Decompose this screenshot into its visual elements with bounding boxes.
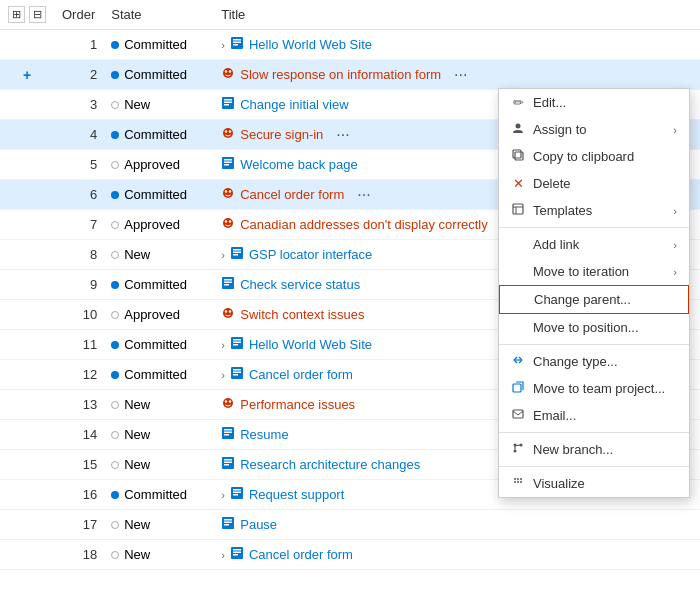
add-cell	[0, 180, 54, 210]
title-link[interactable]: Resume	[240, 427, 288, 442]
svg-rect-27	[233, 254, 238, 256]
order-cell: 13	[54, 390, 103, 420]
order-cell: 2	[54, 60, 103, 90]
title-link[interactable]: Change initial view	[240, 97, 348, 112]
state-cell: Committed	[103, 30, 213, 60]
order-cell: 3	[54, 90, 103, 120]
title-link[interactable]: Switch context issues	[240, 307, 364, 322]
title-link[interactable]: Hello World Web Site	[249, 37, 372, 52]
title-link[interactable]: Canadian addresses don't display correct…	[240, 217, 487, 232]
order-cell: 9	[54, 270, 103, 300]
story-icon	[221, 516, 235, 533]
submenu-arrow-icon: ›	[673, 124, 677, 136]
svg-rect-17	[224, 164, 229, 166]
bug-icon	[221, 216, 235, 233]
context-menu-item[interactable]: Move to iteration›	[499, 258, 689, 285]
state-cell: New	[103, 450, 213, 480]
ellipsis-button[interactable]: ···	[353, 186, 374, 204]
ellipsis-button[interactable]: ···	[332, 126, 353, 144]
svg-rect-47	[224, 429, 232, 431]
svg-rect-10	[224, 104, 229, 106]
context-menu-item[interactable]: Change type...	[499, 348, 689, 375]
title-link[interactable]: Slow response on information form	[240, 67, 441, 82]
order-cell: 10	[54, 300, 103, 330]
state-dot	[111, 41, 119, 49]
svg-rect-3	[233, 44, 238, 46]
context-menu-item[interactable]: Visualize	[499, 470, 689, 497]
context-menu-label: Change parent...	[534, 292, 676, 307]
state-dot	[111, 71, 119, 79]
context-menu-item[interactable]: Email...	[499, 402, 689, 429]
context-menu-item[interactable]: Move to team project...	[499, 375, 689, 402]
state-cell: Committed	[103, 330, 213, 360]
title-link[interactable]: Research architecture changes	[240, 457, 420, 472]
submenu-arrow-icon: ›	[673, 239, 677, 251]
collapse-icon[interactable]: ⊟	[29, 6, 46, 23]
title-link[interactable]: Secure sign-in	[240, 127, 323, 142]
title-link[interactable]: Check service status	[240, 277, 360, 292]
state-label: Committed	[124, 37, 187, 52]
title-link[interactable]: Cancel order form	[240, 187, 344, 202]
svg-rect-59	[224, 519, 232, 521]
state-cell: Committed	[103, 60, 213, 90]
state-dot	[111, 281, 119, 289]
title-link[interactable]: Request support	[249, 487, 344, 502]
expand-arrow-icon[interactable]: ›	[221, 39, 225, 51]
state-dot	[111, 161, 119, 169]
context-menu-item[interactable]: New branch...	[499, 436, 689, 463]
state-cell: Approved	[103, 210, 213, 240]
expand-arrow-icon[interactable]: ›	[221, 249, 225, 261]
menu-divider	[499, 344, 689, 345]
state-label: Committed	[124, 487, 187, 502]
context-menu-label: Copy to clipboard	[533, 149, 677, 164]
svg-rect-48	[224, 432, 232, 434]
state-cell: Approved	[103, 150, 213, 180]
svg-point-34	[229, 310, 231, 312]
context-menu-item[interactable]: ✏Edit...	[499, 89, 689, 116]
state-label: Approved	[124, 157, 180, 172]
context-menu-item[interactable]: Assign to›	[499, 116, 689, 143]
arrows-icon	[511, 354, 525, 369]
expand-arrow-icon[interactable]: ›	[221, 369, 225, 381]
svg-point-84	[520, 478, 522, 480]
add-cell	[0, 360, 54, 390]
menu-divider	[499, 466, 689, 467]
title-link[interactable]: Pause	[240, 517, 277, 532]
order-cell: 17	[54, 510, 103, 540]
add-button[interactable]: +	[23, 67, 31, 83]
state-dot	[111, 371, 119, 379]
title-link[interactable]: Hello World Web Site	[249, 337, 372, 352]
expand-arrow-icon[interactable]: ›	[221, 339, 225, 351]
svg-rect-55	[233, 489, 241, 491]
svg-rect-65	[233, 554, 238, 556]
add-cell	[0, 540, 54, 570]
expand-arrow-icon[interactable]: ›	[221, 549, 225, 561]
svg-rect-30	[224, 282, 232, 284]
svg-rect-57	[233, 494, 238, 496]
context-menu-item[interactable]: Copy to clipboard	[499, 143, 689, 170]
svg-point-23	[229, 220, 231, 222]
context-menu-item[interactable]: Change parent...	[499, 285, 689, 314]
state-dot	[111, 431, 119, 439]
title-link[interactable]: Cancel order form	[249, 367, 353, 382]
context-menu-item[interactable]: ✕Delete	[499, 170, 689, 197]
context-menu-item[interactable]: Add link›	[499, 231, 689, 258]
add-cell: +	[0, 60, 54, 90]
svg-rect-40	[233, 369, 241, 371]
title-link[interactable]: Welcome back page	[240, 157, 358, 172]
title-link[interactable]: GSP locator interface	[249, 247, 372, 262]
ellipsis-button[interactable]: ···	[450, 66, 471, 84]
add-cell	[0, 330, 54, 360]
svg-point-80	[517, 481, 519, 483]
order-cell: 6	[54, 180, 103, 210]
state-label: Approved	[124, 217, 180, 232]
expand-arrow-icon[interactable]: ›	[221, 489, 225, 501]
context-menu-item[interactable]: Templates›	[499, 197, 689, 224]
story-icon	[221, 456, 235, 473]
order-cell: 18	[54, 540, 103, 570]
context-menu-item[interactable]: Move to position...	[499, 314, 689, 341]
expand-icon[interactable]: ⊞	[8, 6, 25, 23]
state-dot	[111, 191, 119, 199]
title-link[interactable]: Cancel order form	[249, 547, 353, 562]
title-link[interactable]: Performance issues	[240, 397, 355, 412]
